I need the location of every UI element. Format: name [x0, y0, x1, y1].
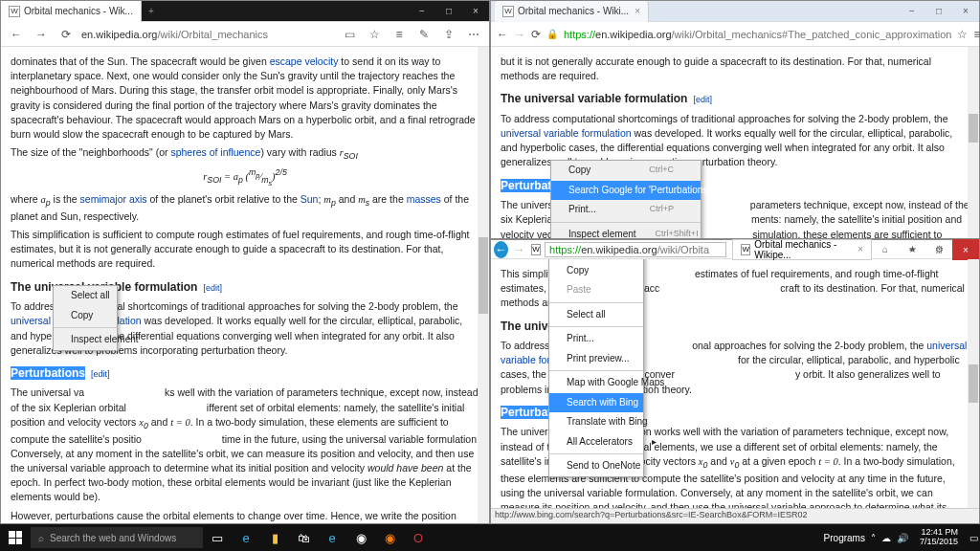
menu-icon[interactable]: ≡: [973, 25, 980, 44]
store-taskbar-icon[interactable]: 🛍: [289, 524, 318, 551]
ie-scrollbar[interactable]: [968, 259, 979, 523]
new-tab-button[interactable]: +: [142, 6, 161, 16]
ctx-separator: [549, 326, 643, 327]
ctx-copy[interactable]: Copy: [549, 261, 643, 281]
link-sun[interactable]: Sun: [301, 193, 319, 205]
ie-taskbar-icon[interactable]: e: [318, 524, 346, 551]
wikipedia-favicon: W: [502, 6, 514, 17]
edge-window-controls: − □ ×: [409, 1, 489, 22]
ctx-select-all[interactable]: Select all: [549, 305, 643, 325]
ie-url[interactable]: https://en.wikipedia.org/wiki/Orbita: [545, 242, 726, 257]
favorite-icon[interactable]: ☆: [365, 25, 384, 44]
chrome-content: but it is not generally accurate enough …: [491, 47, 979, 238]
link-escape-velocity[interactable]: escape velocity: [270, 55, 339, 67]
system-tray: Programs ˄ ☁ 🔊 12:41 PM 7/15/2015 ▭: [824, 528, 980, 547]
close-button[interactable]: ×: [952, 239, 979, 260]
ctx-copy[interactable]: CopyCtrl+C: [551, 161, 701, 181]
back-button[interactable]: ←: [494, 241, 508, 258]
link-spheres[interactable]: spheres of influence: [170, 146, 260, 158]
tab-close-icon[interactable]: ×: [635, 6, 640, 16]
ctx-translate-bing[interactable]: Translate with Bing: [549, 412, 643, 432]
more-icon[interactable]: ⋯: [464, 25, 483, 44]
lock-icon: 🔒: [546, 29, 558, 39]
notifications-icon[interactable]: ▭: [969, 533, 978, 543]
chrome-addressbar: ← → ⟳ 🔒 https://en.wikipedia.org/wiki/Or…: [491, 22, 979, 47]
chrome-tab[interactable]: W Orbital mechanics - Wiki... ×: [495, 1, 649, 22]
ctx-print-preview[interactable]: Print preview...: [549, 349, 643, 369]
link-masses[interactable]: masses: [407, 193, 441, 205]
taskbar-clock[interactable]: 12:41 PM 7/15/2015: [914, 528, 964, 547]
ctx-search-bing[interactable]: Search with Bing: [549, 393, 643, 413]
edge-taskbar-icon[interactable]: e: [232, 524, 260, 551]
taskbar-icons: ▭ e ▮ 🛍 e ◉ ◉ O: [203, 524, 433, 551]
ctx-all-accelerators[interactable]: All Accelerators▸: [549, 432, 643, 452]
explorer-taskbar-icon[interactable]: ▮: [260, 524, 289, 551]
maximize-button[interactable]: □: [925, 1, 952, 22]
edge-tab[interactable]: W Orbital mechanics - Wik...: [1, 1, 142, 22]
chrome-context-menu: CopyCtrl+C Search Google for 'Perturbati…: [550, 160, 702, 238]
share-icon[interactable]: ⇪: [439, 25, 458, 44]
link-semimajor[interactable]: semimajor axis: [80, 193, 147, 205]
ctx-print[interactable]: Print...Ctrl+P: [551, 200, 701, 220]
ie-window: ← → W https://en.wikipedia.org/wiki/Orbi…: [490, 239, 980, 524]
ctx-inspect[interactable]: Inspect elementCtrl+Shift+I: [551, 225, 701, 239]
ie-titlebar: ← → W https://en.wikipedia.org/wiki/Orbi…: [491, 240, 979, 259]
start-button[interactable]: [0, 524, 31, 551]
chrome-taskbar-icon[interactable]: ◉: [346, 524, 375, 551]
ctx-map-google[interactable]: Map with Google Maps: [549, 373, 643, 393]
minimize-button[interactable]: −: [899, 239, 925, 260]
link-uvf[interactable]: universal variable formulation: [501, 127, 632, 139]
ctx-search-google[interactable]: Search Google for 'Perturbations': [551, 181, 701, 201]
chrome-tab-title: Orbital mechanics - Wiki...: [518, 6, 629, 16]
tray-up-icon[interactable]: ˄: [871, 533, 876, 543]
webnote-icon[interactable]: ✎: [414, 25, 434, 44]
home-icon[interactable]: ⌂: [872, 239, 899, 260]
chrome-url[interactable]: https://en.wikipedia.org/wiki/Orbital_me…: [564, 29, 951, 40]
close-button[interactable]: ×: [952, 1, 979, 22]
refresh-button[interactable]: ⟳: [56, 25, 76, 44]
reading-view-icon[interactable]: ▭: [340, 25, 359, 44]
ctx-send-onenote[interactable]: Send to OneNote: [549, 456, 643, 476]
back-button[interactable]: ←: [7, 25, 26, 44]
maximize-button[interactable]: □: [435, 1, 462, 22]
chrome-window: W Orbital mechanics - Wiki... × − □ × ← …: [490, 0, 980, 239]
para-frag: but it is not generally accurate enough …: [501, 55, 969, 83]
edit-link[interactable]: edit: [94, 369, 108, 379]
refresh-button[interactable]: ⟳: [531, 25, 541, 44]
tray-onedrive-icon[interactable]: ☁: [881, 533, 891, 543]
edge-url[interactable]: en.wikipedia.org/wiki/Orbital_mechanics: [81, 29, 334, 40]
bookmark-icon[interactable]: ☆: [957, 25, 968, 44]
edge-window: W Orbital mechanics - Wik... + − □ × ← →…: [0, 0, 490, 524]
back-button[interactable]: ←: [497, 25, 508, 44]
forward-button[interactable]: →: [514, 25, 525, 44]
para-pert1: The universal vaxxxxxxxxxxxxxxxxks well …: [11, 386, 479, 504]
ctx-inspect[interactable]: Inspect element: [54, 330, 117, 350]
minimize-button[interactable]: −: [409, 1, 435, 22]
edit-link[interactable]: edit: [206, 283, 220, 293]
forward-button[interactable]: →: [511, 240, 527, 259]
edit-link[interactable]: edit: [696, 95, 710, 104]
para-pert2: However, perturbations cause the orbital…: [11, 509, 479, 523]
task-view-icon[interactable]: ▭: [203, 524, 232, 551]
maximize-button[interactable]: □: [925, 239, 952, 260]
ctx-select-all[interactable]: Select all: [54, 286, 117, 306]
ie-context-menu: Cut Copy Paste Select all Print... Print…: [548, 259, 644, 477]
hub-icon[interactable]: ≡: [390, 25, 409, 44]
chrome-scrollbar[interactable]: [968, 47, 979, 238]
ie-statusbar: http://www.bing.com/search?q=Perturbatio…: [491, 508, 979, 523]
ctx-print[interactable]: Print...: [549, 329, 643, 349]
firefox-taskbar-icon[interactable]: ◉: [375, 524, 404, 551]
para-neighborhood: The size of the "neighborhoods" (or sphe…: [11, 145, 479, 163]
minimize-button[interactable]: −: [899, 1, 925, 22]
taskbar-search[interactable]: ⌕Search the web and Windows: [31, 527, 203, 548]
close-button[interactable]: ×: [462, 1, 489, 22]
para-simplification: This simplification is sufficient to com…: [11, 228, 479, 272]
ie-tab[interactable]: W Orbital mechanics - Wikipe... ×: [732, 239, 872, 260]
tab-close-icon[interactable]: ×: [858, 244, 863, 254]
ctx-copy[interactable]: Copy: [54, 306, 117, 326]
opera-taskbar-icon[interactable]: O: [404, 524, 433, 551]
wikipedia-favicon: W: [741, 244, 750, 255]
tray-volume-icon[interactable]: 🔊: [897, 533, 908, 543]
forward-button[interactable]: →: [32, 25, 51, 44]
edge-scrollbar[interactable]: [478, 47, 489, 523]
